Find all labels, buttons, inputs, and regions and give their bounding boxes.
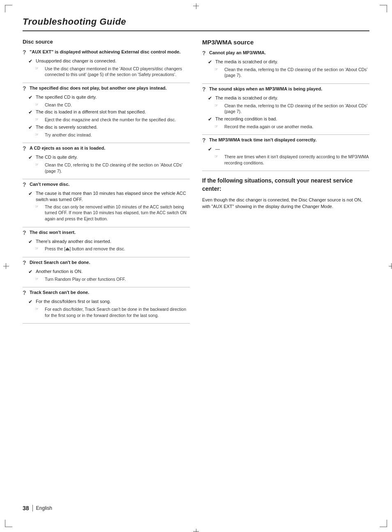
footer-language: English — [36, 505, 52, 511]
tip-icon-q3-a1-t1: ☞ — [35, 162, 43, 168]
answers-r2: ✔ The media is scratched or dirty. ☞ Cle… — [202, 95, 369, 133]
tip-text-r2-a2-t1: Record the media again or use another me… — [224, 124, 314, 130]
answers-q2: ✔ The specified CD is quite dirty. ☞ Cle… — [23, 94, 190, 141]
answer-r3-a1: ✔ — ☞ There are times when it isn't disp… — [208, 146, 369, 166]
tip-icon-q2-a2-t1: ☞ — [35, 117, 43, 123]
tip-text-q3-a1-t1: Clean the CD, referring to the CD cleani… — [45, 162, 190, 174]
footer: 38 English — [23, 505, 52, 511]
answer-text-q2-a2: The disc is loaded in a different slot f… — [36, 109, 146, 115]
answer-text-q1-a1: Unsupported disc changer is connected. — [36, 58, 116, 64]
divider-q2 — [23, 143, 190, 143]
content-columns: Disc source ? "AUX EXT" is displayed wit… — [23, 39, 369, 326]
tip-text-q5-a1-t1: Press the [⏏] button and remove the disc… — [45, 246, 125, 252]
tip-text-q2-a1-t1: Clean the CD. — [45, 102, 72, 108]
q-mark-r1: ? — [202, 50, 207, 57]
q-text-q3: A CD ejects as soon as it is loaded. — [30, 145, 105, 151]
question-q2: ? The specified disc does not play, but … — [23, 85, 190, 93]
answer-main-q2-a3: ✔ The disc is severely scratched. — [28, 124, 190, 131]
answer-q2-a1: ✔ The specified CD is quite dirty. ☞ Cle… — [28, 94, 190, 108]
tip-text-q2-a3-t1: Try another disc instead. — [45, 132, 92, 138]
service-heading: If the following situations, consult you… — [202, 177, 369, 193]
answers-r1: ✔ The media is scratched or dirty. ☞ Cle… — [202, 59, 369, 81]
tip-icon-q2-a3-t1: ☞ — [35, 132, 43, 138]
tip-q3-a1-t1: ☞ Clean the CD, referring to the CD clea… — [35, 162, 190, 174]
answers-q1: ✔ Unsupported disc changer is connected.… — [23, 58, 190, 81]
answer-main-q7-a1: ✔ For the discs/folders first or last so… — [28, 298, 190, 305]
answer-q3-a1: ✔ The CD is quite dirty. ☞ Clean the CD,… — [28, 154, 190, 174]
divider-r3 — [202, 171, 369, 171]
check-r3-a1: ✔ — [208, 146, 214, 153]
answers-q4: ✔ The cause is that more than 10 minutes… — [23, 190, 190, 225]
answer-text-q7-a1: For the discs/folders first or last song… — [36, 298, 111, 305]
question-r2: ? The sound skips when an MP3/WMA is bei… — [202, 86, 369, 94]
corner-tr — [380, 5, 387, 12]
answer-q2-a3: ✔ The disc is severely scratched. ☞ Try … — [28, 124, 190, 138]
answer-r2-a1: ✔ The media is scratched or dirty. ☞ Cle… — [208, 95, 369, 115]
tip-q6-a1-t1: ☞ Turn Random Play or other functions OF… — [35, 276, 190, 282]
left-column: Disc source ? "AUX EXT" is displayed wit… — [23, 39, 190, 326]
footer-divider — [32, 505, 33, 511]
q-text-r1: Cannot play an MP3/WMA. — [209, 50, 266, 56]
q-text-r3: The MP3/WMA track time isn't displayed c… — [209, 137, 316, 143]
q-text-q7: Track Search can't be done. — [30, 289, 89, 296]
disc-source-heading: Disc source — [23, 39, 190, 45]
question-q1: ? "AUX EXT" is displayed without achievi… — [23, 49, 190, 57]
q-mark-q7: ? — [23, 289, 28, 296]
qa-item-q5: ? The disc won't insert. ✔ There's alrea… — [23, 229, 190, 255]
divider-q3 — [23, 179, 190, 179]
qa-item-r1: ? Cannot play an MP3/WMA. ✔ The media is… — [202, 50, 369, 81]
check-q5-a1: ✔ — [28, 238, 34, 245]
answer-q2-a2: ✔ The disc is loaded in a different slot… — [28, 109, 190, 123]
answer-text-r2-a2: The recording condition is bad. — [215, 116, 277, 122]
check-q2-a3: ✔ — [28, 124, 34, 131]
tip-r3-a1-t1: ☞ There are times when it isn't displaye… — [214, 154, 369, 166]
tip-text-r1-a1-t1: Clean the media, referring to the CD cle… — [224, 67, 369, 79]
answers-q6: ✔ Another function is ON. ☞ Turn Random … — [23, 268, 190, 285]
answers-q5: ✔ There's already another disc inserted.… — [23, 238, 190, 255]
check-r2-a2: ✔ — [208, 116, 214, 123]
answers-r3: ✔ — ☞ There are times when it isn't disp… — [202, 146, 369, 169]
mp3-source-heading: MP3/WMA source — [202, 39, 369, 46]
answer-text-q2-a1: The specified CD is quite dirty. — [36, 94, 97, 100]
tip-icon-r3-a1-t1: ☞ — [214, 154, 223, 160]
answer-q6-a1: ✔ Another function is ON. ☞ Turn Random … — [28, 268, 190, 282]
q-mark-q6: ? — [23, 259, 28, 266]
tip-icon-q1-a1-t1: ☞ — [35, 66, 43, 72]
answer-main-r1-a1: ✔ The media is scratched or dirty. — [208, 59, 369, 66]
tip-q1-a1-t1: ☞ Use the disc changer mentioned in the … — [35, 66, 190, 78]
tip-q2-a3-t1: ☞ Try another disc instead. — [35, 132, 190, 138]
divider-q4 — [23, 227, 190, 227]
right-column: MP3/WMA source ? Cannot play an MP3/WMA.… — [202, 39, 369, 326]
tip-text-r3-a1-t1: There are times when it isn't displayed … — [224, 154, 369, 166]
qa-item-q6: ? Direct Search can't be done. ✔ Another… — [23, 259, 190, 285]
check-q4-a1: ✔ — [28, 190, 34, 197]
service-section: If the following situations, consult you… — [202, 177, 369, 210]
answer-q1-a1: ✔ Unsupported disc changer is connected.… — [28, 58, 190, 78]
answer-q4-a1: ✔ The cause is that more than 10 minutes… — [28, 190, 190, 222]
answers-q7: ✔ For the discs/folders first or last so… — [23, 298, 190, 321]
corner-tl — [5, 5, 12, 12]
tip-icon-q5-a1-t1: ☞ — [35, 246, 43, 252]
q-text-q5: The disc won't insert. — [30, 229, 76, 236]
question-q7: ? Track Search can't be done. — [23, 289, 190, 297]
divider-r2 — [202, 134, 369, 135]
qa-item-r3: ? The MP3/WMA track time isn't displayed… — [202, 137, 369, 169]
q-mark-r2: ? — [202, 86, 207, 93]
qa-item-q7: ? Track Search can't be done. ✔ For the … — [23, 289, 190, 321]
question-q3: ? A CD ejects as soon as it is loaded. — [23, 145, 190, 153]
q-text-q1: "AUX EXT" is displayed without achieving… — [30, 49, 180, 55]
page-title: Troubleshooting Guide — [23, 16, 369, 31]
check-q2-a1: ✔ — [28, 94, 34, 101]
tip-icon-q2-a1-t1: ☞ — [35, 102, 43, 108]
tip-text-q7-a1-t1: For each disc/folder, Track Search can't… — [45, 306, 190, 318]
qa-item-q4: ? Can't remove disc. ✔ The cause is that… — [23, 181, 190, 225]
tip-icon-r2-a2-t1: ☞ — [214, 124, 223, 130]
answer-text-q6-a1: Another function is ON. — [36, 268, 83, 275]
q-mark-q2: ? — [23, 85, 28, 92]
tip-text-q6-a1-t1: Turn Random Play or other functions OFF. — [45, 276, 126, 282]
answer-text-r3-a1: — — [215, 146, 220, 152]
page: Troubleshooting Guide Disc source ? "AUX… — [0, 0, 392, 532]
question-q4: ? Can't remove disc. — [23, 181, 190, 189]
q-text-r2: The sound skips when an MP3/WMA is being… — [209, 86, 322, 92]
divider-q6 — [23, 287, 190, 287]
